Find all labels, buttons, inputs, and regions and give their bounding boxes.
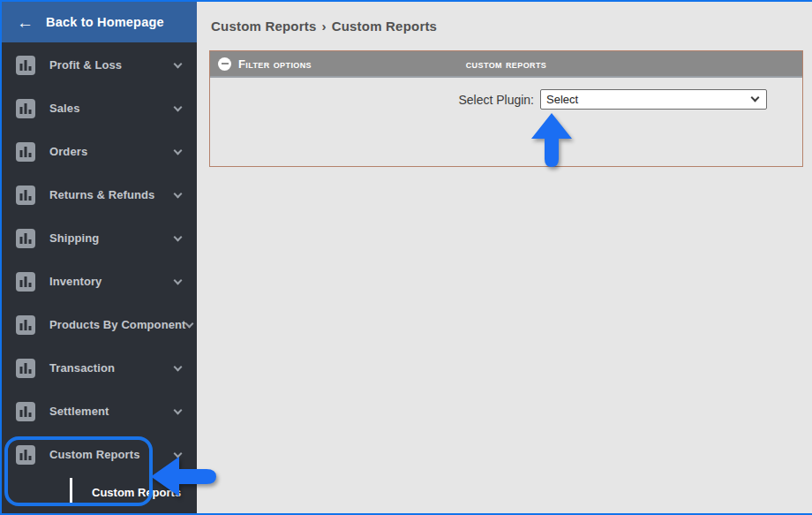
main-content: Custom Reports › Custom Reports Filter O… — [197, 2, 812, 513]
bar-chart-icon — [16, 315, 35, 335]
select-plugin-label: Select Plugin: — [458, 93, 534, 107]
back-to-homepage-label: Back to Homepage — [46, 15, 164, 29]
breadcrumb-separator: › — [321, 19, 326, 34]
chevron-down-icon — [174, 146, 183, 155]
bar-chart-icon — [16, 56, 35, 75]
sidebar-subitem-custom-reports[interactable]: Custom Reports — [2, 478, 197, 506]
chevron-down-icon — [174, 59, 183, 68]
sidebar-item-custom-reports[interactable]: Custom Reports — [2, 433, 197, 476]
sidebar-item-transaction[interactable]: Transaction — [2, 346, 197, 390]
sidebar-item-sales[interactable]: Sales — [2, 87, 197, 130]
sidebar-item-label: Custom Reports — [49, 448, 140, 461]
back-to-homepage-button[interactable]: ← Back to Homepage — [2, 2, 197, 42]
breadcrumb-current: Custom Reports — [332, 19, 437, 34]
bar-chart-icon — [16, 99, 35, 118]
bar-chart-icon — [16, 402, 35, 421]
chevron-down-icon — [174, 102, 183, 111]
bar-chart-icon — [16, 229, 35, 248]
chevron-down-icon — [174, 232, 183, 241]
sidebar-item-orders[interactable]: Orders — [2, 130, 197, 173]
app-window: ← Back to Homepage Profit & Loss Sales — [0, 0, 812, 515]
breadcrumb: Custom Reports › Custom Reports — [209, 2, 803, 50]
chevron-down-icon — [174, 362, 183, 371]
sidebar-item-settlement[interactable]: Settlement — [2, 390, 197, 433]
panel-center-title: Custom Reports — [466, 57, 547, 71]
bar-chart-icon — [16, 272, 35, 292]
sidebar-item-shipping[interactable]: Shipping — [2, 216, 197, 260]
sidebar-item-label: Transaction — [49, 361, 115, 375]
plugin-select-wrap: Select — [540, 89, 767, 110]
breadcrumb-parent: Custom Reports — [211, 19, 316, 34]
filter-panel-body: Select Plugin: Select — [210, 78, 802, 166]
active-indicator-bar — [70, 478, 72, 506]
sidebar-item-label: Shipping — [49, 231, 99, 245]
sidebar-item-profit-loss[interactable]: Profit & Loss — [2, 43, 197, 87]
plugin-select[interactable]: Select — [540, 89, 767, 110]
filter-options-title: Filter Options — [238, 57, 312, 71]
filter-panel: Filter Options Custom Reports Select Plu… — [209, 50, 803, 167]
chevron-down-icon — [174, 276, 183, 284]
sidebar-item-label: Orders — [49, 145, 87, 158]
bar-chart-icon — [16, 359, 35, 378]
bar-chart-icon — [16, 186, 35, 205]
sidebar-item-label: Profit & Loss — [49, 58, 122, 72]
filter-panel-header: Filter Options Custom Reports — [210, 51, 802, 78]
sidebar-menu: Profit & Loss Sales Orders — [2, 42, 197, 476]
sidebar-item-label: Products By Component — [49, 318, 186, 331]
collapse-minus-icon[interactable] — [218, 57, 231, 71]
sidebar-item-label: Settlement — [49, 405, 109, 418]
chevron-down-icon — [174, 405, 183, 414]
chevron-down-icon — [174, 449, 183, 458]
bar-chart-icon — [16, 445, 35, 465]
chevron-down-icon — [174, 189, 183, 198]
sidebar-item-label: Inventory — [49, 275, 102, 288]
sidebar-item-inventory[interactable]: Inventory — [2, 260, 197, 303]
sidebar: ← Back to Homepage Profit & Loss Sales — [2, 2, 197, 513]
submenu-item-label: Custom Reports — [92, 486, 181, 499]
select-plugin-row: Select Plugin: Select — [210, 78, 802, 110]
sidebar-item-returns-refunds[interactable]: Returns & Refunds — [2, 173, 197, 216]
sidebar-item-label: Returns & Refunds — [49, 188, 154, 201]
sidebar-item-label: Sales — [49, 102, 79, 115]
back-arrow-icon: ← — [17, 14, 34, 31]
bar-chart-icon — [16, 142, 35, 162]
sidebar-item-products-by-component[interactable]: Products By Component — [2, 303, 197, 346]
